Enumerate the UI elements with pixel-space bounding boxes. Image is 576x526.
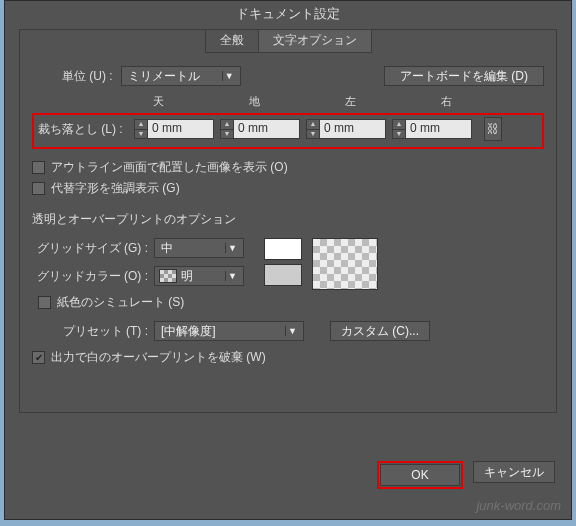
gridcolor-value: 明 bbox=[181, 268, 225, 285]
tab-type-options[interactable]: 文字オプション bbox=[259, 30, 371, 52]
gridcolor-label: グリッドカラー (O) : bbox=[32, 268, 148, 285]
swatch-white bbox=[264, 238, 302, 260]
simulate-paper-label: 紙色のシミュレート (S) bbox=[57, 294, 184, 311]
outline-images-checkbox[interactable] bbox=[32, 161, 45, 174]
bleed-header-row: 天 地 左 右 bbox=[144, 94, 544, 109]
discard-white-overprint-label: 出力で白のオーバープリントを破棄 (W) bbox=[51, 349, 266, 366]
edit-artboards-button[interactable]: アートボードを編集 (D) bbox=[384, 66, 544, 86]
grid-preview-checker bbox=[312, 238, 378, 290]
units-dropdown[interactable]: ミリメートル ▼ bbox=[121, 66, 241, 86]
step-down-icon[interactable]: ▼ bbox=[135, 130, 147, 139]
preset-dropdown[interactable]: [中解像度] ▼ bbox=[154, 321, 304, 341]
gridcolor-dropdown[interactable]: 明 ▼ bbox=[154, 266, 244, 286]
bleed-right-label: 右 bbox=[432, 94, 460, 109]
alt-glyph-checkbox[interactable] bbox=[32, 182, 45, 195]
chevron-down-icon: ▼ bbox=[225, 243, 239, 253]
chevron-down-icon: ▼ bbox=[225, 271, 239, 281]
dialog-body: 全般 文字オプション 単位 (U) : ミリメートル ▼ アートボードを編集 (… bbox=[19, 29, 557, 413]
bleed-top-field[interactable]: ▲▼ 0 mm bbox=[134, 119, 214, 139]
gridcolor-swatch-icon bbox=[159, 269, 177, 283]
tab-general[interactable]: 全般 bbox=[206, 30, 259, 52]
gridsize-label: グリッドサイズ (G) : bbox=[32, 240, 148, 257]
ok-button[interactable]: OK bbox=[380, 464, 460, 486]
link-bleed-icon[interactable]: ⛓ bbox=[484, 117, 502, 141]
bleed-top-value[interactable]: 0 mm bbox=[148, 119, 214, 139]
cancel-button[interactable]: キャンセル bbox=[473, 461, 555, 483]
transparency-section-title: 透明とオーバープリントのオプション bbox=[32, 211, 544, 228]
bleed-right-field[interactable]: ▲▼ 0 mm bbox=[392, 119, 472, 139]
step-up-icon[interactable]: ▲ bbox=[393, 120, 405, 130]
preset-value: [中解像度] bbox=[159, 323, 285, 340]
simulate-paper-checkbox[interactable] bbox=[38, 296, 51, 309]
units-label: 単位 (U) : bbox=[62, 68, 113, 85]
bleed-bottom-field[interactable]: ▲▼ 0 mm bbox=[220, 119, 300, 139]
preset-label: プリセット (T) : bbox=[32, 323, 148, 340]
gridsize-dropdown[interactable]: 中 ▼ bbox=[154, 238, 244, 258]
alt-glyph-label: 代替字形を強調表示 (G) bbox=[51, 180, 180, 197]
dialog-footer: OK キャンセル bbox=[377, 461, 555, 489]
units-value: ミリメートル bbox=[126, 68, 222, 85]
bleed-bottom-label: 地 bbox=[240, 94, 268, 109]
bleed-label: 裁ち落とし (L) : bbox=[38, 121, 128, 138]
watermark-text: junk-word.com bbox=[476, 498, 561, 513]
gridsize-value: 中 bbox=[159, 240, 225, 257]
discard-white-overprint-checkbox[interactable]: ✔ bbox=[32, 351, 45, 364]
bleed-left-label: 左 bbox=[336, 94, 364, 109]
custom-button[interactable]: カスタム (C)... bbox=[330, 321, 430, 341]
outline-images-label: アウトライン画面で配置した画像を表示 (O) bbox=[51, 159, 288, 176]
step-down-icon[interactable]: ▼ bbox=[221, 130, 233, 139]
step-down-icon[interactable]: ▼ bbox=[393, 130, 405, 139]
bleed-right-value[interactable]: 0 mm bbox=[406, 119, 472, 139]
swatch-gray bbox=[264, 264, 302, 286]
ok-highlight-box: OK bbox=[377, 461, 463, 489]
chevron-down-icon: ▼ bbox=[285, 326, 299, 336]
bleed-left-field[interactable]: ▲▼ 0 mm bbox=[306, 119, 386, 139]
bleed-left-value[interactable]: 0 mm bbox=[320, 119, 386, 139]
grid-preview-swatches bbox=[264, 238, 302, 286]
bleed-highlight-box: 裁ち落とし (L) : ▲▼ 0 mm ▲▼ 0 mm ▲▼ 0 mm ▲▼ bbox=[32, 113, 544, 149]
chevron-down-icon: ▼ bbox=[222, 71, 236, 81]
step-up-icon[interactable]: ▲ bbox=[221, 120, 233, 130]
step-up-icon[interactable]: ▲ bbox=[307, 120, 319, 130]
tabs: 全般 文字オプション bbox=[20, 29, 556, 53]
step-up-icon[interactable]: ▲ bbox=[135, 120, 147, 130]
dialog-title: ドキュメント設定 bbox=[5, 1, 571, 27]
bleed-top-label: 天 bbox=[144, 94, 172, 109]
document-setup-dialog: ドキュメント設定 全般 文字オプション 単位 (U) : ミリメートル ▼ アー… bbox=[4, 0, 572, 520]
bleed-bottom-value[interactable]: 0 mm bbox=[234, 119, 300, 139]
step-down-icon[interactable]: ▼ bbox=[307, 130, 319, 139]
